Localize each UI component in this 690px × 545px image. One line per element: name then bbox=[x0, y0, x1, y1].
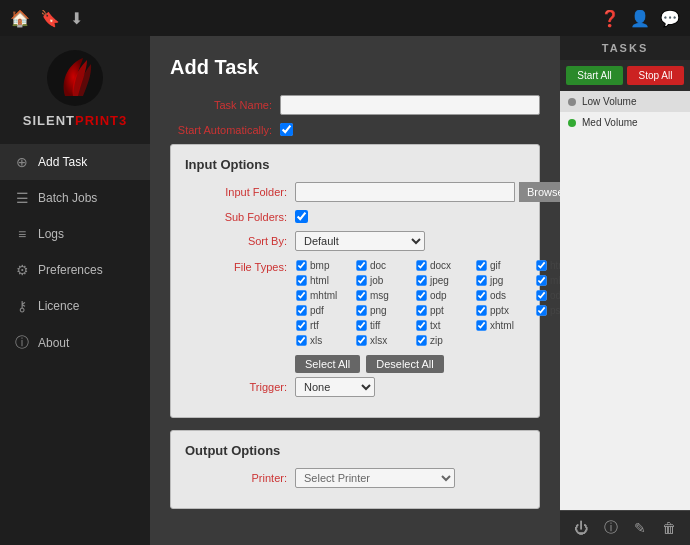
printer-label: Printer: bbox=[185, 472, 295, 484]
printer-select[interactable]: Select Printer bbox=[295, 468, 455, 488]
task-list: Low Volume Med Volume bbox=[560, 91, 690, 510]
file-type-docx[interactable]: docx bbox=[415, 259, 475, 272]
file-type-html[interactable]: html bbox=[295, 274, 355, 287]
file-type-gif[interactable]: gif bbox=[475, 259, 535, 272]
tasks-header: TASKS bbox=[560, 36, 690, 60]
file-type-ppt[interactable]: ppt bbox=[415, 304, 475, 317]
file-type-odp[interactable]: odp bbox=[415, 289, 475, 302]
tasks-buttons: Start All Stop All bbox=[560, 60, 690, 91]
trigger-select[interactable]: None Schedule Event bbox=[295, 377, 375, 397]
deselect-all-button[interactable]: Deselect All bbox=[366, 355, 443, 373]
trigger-row: Trigger: None Schedule Event bbox=[185, 377, 525, 397]
file-types-row: File Types: bmp doc docx gif htm html jo… bbox=[185, 259, 525, 347]
sidebar-item-batch-jobs[interactable]: ☰ Batch Jobs bbox=[0, 180, 150, 216]
logo-area: SILENTPRINT3 bbox=[0, 36, 150, 144]
download-icon[interactable]: ⬇ bbox=[70, 9, 83, 28]
file-types-label: File Types: bbox=[185, 259, 295, 273]
sidebar-item-label: Preferences bbox=[38, 263, 103, 277]
sidebar-item-label: Add Task bbox=[38, 155, 87, 169]
input-options-section: Input Options Input Folder: Browse Sub F… bbox=[170, 144, 540, 418]
bookmark-icon[interactable]: 🔖 bbox=[40, 9, 60, 28]
file-type-zip[interactable]: zip bbox=[415, 334, 475, 347]
logo-text: SILENTPRINT3 bbox=[23, 113, 127, 128]
batch-jobs-icon: ☰ bbox=[14, 190, 30, 206]
file-type-msg[interactable]: msg bbox=[355, 289, 415, 302]
file-type-png[interactable]: png bbox=[355, 304, 415, 317]
task-item-med-volume[interactable]: Med Volume bbox=[560, 112, 690, 133]
file-type-xhtml[interactable]: xhtml bbox=[475, 319, 535, 332]
task-status-dot bbox=[568, 119, 576, 127]
folder-input-group: Browse bbox=[295, 182, 560, 202]
select-buttons-row: Select All Deselect All bbox=[295, 355, 525, 373]
sidebar-item-licence[interactable]: ⚷ Licence bbox=[0, 288, 150, 324]
top-bar-left: 🏠 🔖 ⬇ bbox=[10, 9, 83, 28]
home-icon[interactable]: 🏠 bbox=[10, 9, 30, 28]
start-all-button[interactable]: Start All bbox=[566, 66, 623, 85]
page-title: Add Task bbox=[170, 56, 540, 79]
output-options-section: Output Options Printer: Select Printer bbox=[170, 430, 540, 509]
input-section-title: Input Options bbox=[185, 157, 525, 172]
delete-button[interactable]: 🗑 bbox=[658, 517, 680, 539]
file-type-rtf[interactable]: rtf bbox=[295, 319, 355, 332]
edit-button[interactable]: ✎ bbox=[630, 517, 650, 539]
file-type-job[interactable]: job bbox=[355, 274, 415, 287]
select-all-button[interactable]: Select All bbox=[295, 355, 360, 373]
sidebar-item-preferences[interactable]: ⚙ Preferences bbox=[0, 252, 150, 288]
sidebar-item-label: About bbox=[38, 336, 69, 350]
power-button[interactable]: ⏻ bbox=[570, 517, 592, 539]
task-item-label: Low Volume bbox=[582, 96, 636, 107]
logs-icon: ≡ bbox=[14, 226, 30, 242]
file-type-txt[interactable]: txt bbox=[415, 319, 475, 332]
file-type-xlsx[interactable]: xlsx bbox=[355, 334, 415, 347]
start-auto-row: Start Automatically: bbox=[170, 123, 540, 136]
file-type-htm[interactable]: htm bbox=[535, 259, 560, 272]
sidebar-item-logs[interactable]: ≡ Logs bbox=[0, 216, 150, 252]
start-auto-checkbox[interactable] bbox=[280, 123, 293, 136]
file-type-pptx[interactable]: pptx bbox=[475, 304, 535, 317]
output-section-title: Output Options bbox=[185, 443, 525, 458]
trigger-label: Trigger: bbox=[185, 381, 295, 393]
task-name-input[interactable] bbox=[280, 95, 540, 115]
sub-folders-row: Sub Folders: bbox=[185, 210, 525, 223]
file-type-mht[interactable]: mht bbox=[535, 274, 560, 287]
file-type-pdf[interactable]: pdf bbox=[295, 304, 355, 317]
task-item-low-volume[interactable]: Low Volume bbox=[560, 91, 690, 112]
add-task-icon: ⊕ bbox=[14, 154, 30, 170]
stop-all-button[interactable]: Stop All bbox=[627, 66, 684, 85]
file-type-doc[interactable]: doc bbox=[355, 259, 415, 272]
file-type-xls[interactable]: xls bbox=[295, 334, 355, 347]
task-name-label: Task Name: bbox=[170, 99, 280, 111]
sidebar-nav: ⊕ Add Task ☰ Batch Jobs ≡ Logs ⚙ Prefere… bbox=[0, 144, 150, 545]
file-type-tiff[interactable]: tiff bbox=[355, 319, 415, 332]
help-icon[interactable]: ❓ bbox=[600, 9, 620, 28]
info-button[interactable]: ⓘ bbox=[600, 517, 622, 539]
sub-folders-checkbox[interactable] bbox=[295, 210, 308, 223]
sidebar-item-add-task[interactable]: ⊕ Add Task bbox=[0, 144, 150, 180]
sort-by-select[interactable]: Default Name Date Size bbox=[295, 231, 425, 251]
preferences-icon: ⚙ bbox=[14, 262, 30, 278]
chat-icon[interactable]: 💬 bbox=[660, 9, 680, 28]
content-area: Add Task Task Name: Start Automatically:… bbox=[150, 36, 560, 545]
user-icon[interactable]: 👤 bbox=[630, 9, 650, 28]
sidebar-item-label: Batch Jobs bbox=[38, 191, 97, 205]
browse-button[interactable]: Browse bbox=[519, 182, 560, 202]
file-type-odt[interactable]: odt bbox=[535, 289, 560, 302]
task-name-row: Task Name: bbox=[170, 95, 540, 115]
logo-icon bbox=[45, 48, 105, 108]
start-auto-label: Start Automatically: bbox=[170, 124, 280, 136]
file-type-jpeg[interactable]: jpeg bbox=[415, 274, 475, 287]
top-bar: 🏠 🔖 ⬇ ❓ 👤 💬 bbox=[0, 0, 690, 36]
sidebar-item-label: Licence bbox=[38, 299, 79, 313]
input-folder-row: Input Folder: Browse bbox=[185, 182, 525, 202]
file-type-mhtml[interactable]: mhtml bbox=[295, 289, 355, 302]
file-type-pst[interactable]: pst bbox=[535, 304, 560, 317]
folder-input[interactable] bbox=[295, 182, 515, 202]
file-type-bmp[interactable]: bmp bbox=[295, 259, 355, 272]
file-type-jpg[interactable]: jpg bbox=[475, 274, 535, 287]
sort-by-label: Sort By: bbox=[185, 235, 295, 247]
task-actions: ⏻ ⓘ ✎ 🗑 bbox=[560, 510, 690, 545]
sidebar-item-about[interactable]: ⓘ About bbox=[0, 324, 150, 362]
top-bar-right: ❓ 👤 💬 bbox=[600, 9, 680, 28]
file-type-ods[interactable]: ods bbox=[475, 289, 535, 302]
sub-folders-label: Sub Folders: bbox=[185, 211, 295, 223]
